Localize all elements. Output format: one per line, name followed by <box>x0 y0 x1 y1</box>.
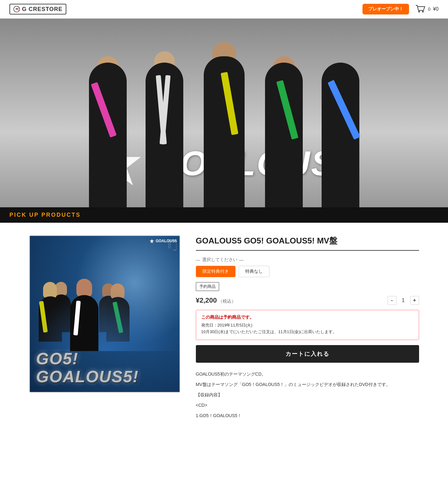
cd-body <box>70 295 98 351</box>
product-title: GOALOUS5 GO5! GOALOUS5! MV盤 <box>196 235 419 251</box>
cd-title-overlay: GO5! GOALOUS5! <box>30 350 180 386</box>
person-body <box>322 63 359 207</box>
cd-title: GO5! GOALOUS5! <box>36 350 173 386</box>
cart-price: ¥0 <box>433 6 439 12</box>
logo-text: G CRESTORE <box>22 6 63 13</box>
cd-person-front-center <box>68 279 102 351</box>
cart-icon <box>415 5 425 14</box>
cd-glow <box>30 288 180 351</box>
cart-area[interactable]: 0 ¥0 <box>415 5 439 14</box>
cd-title-line2: GOALOUS5! <box>36 368 173 386</box>
hero-banner: GOALOUS5 <box>0 19 448 207</box>
desc-line1: GOALOUS5初のテーマソングCD。 <box>196 370 419 378</box>
product-price: ¥2,200 <box>196 296 217 304</box>
price-display: ¥2,200 （税込） <box>196 296 236 305</box>
product-image-box: GOALOUS5 <box>29 235 180 393</box>
cd-group-badge: GOALOUS5 <box>149 238 177 243</box>
product-info-col: GOALOUS5 GO5! GOALOUS5! MV盤 選択してください 限定特… <box>196 235 419 422</box>
svg-point-2 <box>418 11 420 13</box>
product-description: GOALOUS5初のテーマソングCD。 MV盤はテーマソング「GO5！GOALO… <box>196 370 419 420</box>
person-body <box>265 63 303 207</box>
option-limited-btn[interactable]: 限定特典付き <box>196 266 235 277</box>
accent-stripe <box>327 80 360 140</box>
alert-line1: 発売日：2019年11月5日(火) <box>201 322 414 329</box>
desc-cd-header: <CD> <box>196 401 419 409</box>
accent-stripe <box>276 80 298 139</box>
desc-contents-header: 【収録内容】 <box>196 391 419 399</box>
quantity-plus-button[interactable]: + <box>410 296 419 305</box>
product-section: GOALOUS5 <box>20 223 429 435</box>
quantity-value: 1 <box>400 298 407 303</box>
svg-point-3 <box>422 11 424 13</box>
site-header: G CRESTORE プレオープン中！ 0 ¥0 <box>0 0 448 19</box>
accent-stripe <box>221 72 238 135</box>
logo-container[interactable]: G CRESTORE <box>9 4 66 14</box>
alert-body: 発売日：2019年11月5日(火) 10月30日(水)までにいただいたご注文は、… <box>201 322 414 335</box>
cd-figures-area <box>30 245 180 351</box>
preorder-alert-box: この商品は予約商品です。 発売日：2019年11月5日(火) 10月30日(水)… <box>196 310 419 340</box>
preorder-badge: 予約商品 <box>196 282 219 291</box>
hero-person-3 <box>190 44 259 207</box>
preopen-button[interactable]: プレオープン中！ <box>362 4 409 14</box>
accent-stripe <box>91 82 116 138</box>
desc-line2: MV盤はテーマソング「GO5！GOALOUS5！」のミュージックビデオが収録され… <box>196 381 419 388</box>
hero-person-2 <box>133 44 196 207</box>
add-to-cart-button[interactable]: カートに入れる <box>196 345 419 363</box>
person-body <box>89 63 127 207</box>
alert-line2: 10月30日(水)までにいただいたご注文は、11月1日(金)に出荷いたします。 <box>201 329 414 335</box>
person-body <box>204 56 245 207</box>
cart-count: 0 <box>428 7 430 12</box>
hero-person-4 <box>252 44 315 207</box>
person-body <box>146 63 183 207</box>
cd-head <box>76 279 92 297</box>
logo[interactable]: G CRESTORE <box>9 4 66 14</box>
svg-marker-11 <box>150 239 154 243</box>
hero-person-5 <box>309 44 372 207</box>
pickup-label: PICK UP PRODUCTS <box>9 212 81 218</box>
g-crestore-logo-icon <box>13 6 20 13</box>
cd-star-icon <box>149 238 154 243</box>
quantity-minus-button[interactable]: - <box>388 296 396 305</box>
desc-cd-track1: 1.GO5！GOALOUS5！ <box>196 412 419 420</box>
option-buttons: 限定特典付き 特典なし <box>196 266 419 277</box>
price-tax: （税込） <box>218 299 236 304</box>
cd-group-name: GOALOUS5 <box>156 239 177 243</box>
select-label: 選択してください <box>196 257 419 263</box>
header-right: プレオープン中！ 0 ¥0 <box>362 4 439 14</box>
price-row: ¥2,200 （税込） - 1 + <box>196 296 419 305</box>
cd-title-line1: GO5! <box>36 350 173 368</box>
hero-person-1 <box>76 44 139 207</box>
alert-title: この商品は予約商品です。 <box>201 315 414 320</box>
product-image-col: GOALOUS5 <box>29 235 180 422</box>
option-none-btn[interactable]: 特典なし <box>239 266 269 277</box>
pickup-bar: PICK UP PRODUCTS <box>0 207 448 223</box>
cd-accent <box>73 301 81 336</box>
quantity-control: - 1 + <box>388 296 419 305</box>
